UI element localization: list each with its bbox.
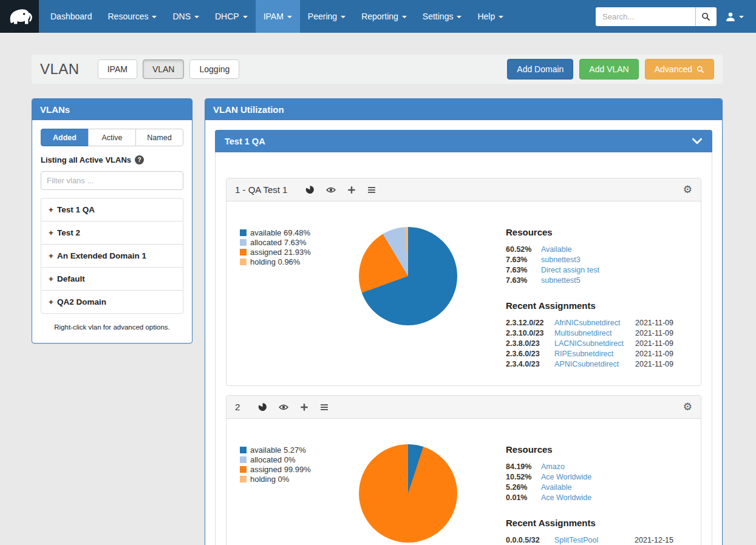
plus-icon[interactable] xyxy=(347,186,356,194)
nav-ipam[interactable]: IPAM xyxy=(256,0,300,33)
assignment-link[interactable]: LACNICsubnetdirect xyxy=(554,339,624,349)
domain-section-header[interactable]: Test 1 QA xyxy=(215,130,712,152)
vlan-filter-tabs: Added Active Named xyxy=(41,129,183,146)
vlan-utilization-body: Test 1 QA 1 - QA Test 1 xyxy=(205,120,722,545)
assignment-link[interactable]: SplitTestPool xyxy=(554,535,598,545)
nav-settings[interactable]: Settings xyxy=(415,0,470,33)
search-input[interactable] xyxy=(596,7,695,26)
legend-swatch xyxy=(240,466,247,473)
nav-dhcp[interactable]: DHCP xyxy=(207,0,256,33)
assignment-row: 2.3.4.0/23APNICsubnetdirect2021-11-09 xyxy=(506,359,673,370)
user-menu[interactable] xyxy=(717,0,756,33)
elephant-icon xyxy=(6,5,33,27)
tab-vlan[interactable]: VLAN xyxy=(143,59,185,79)
assignment-row: 2.3.6.0/23RIPEsubnetdirect2021-11-09 xyxy=(506,349,673,359)
gear-icon[interactable]: ⚙ xyxy=(683,402,692,412)
pie-chart-icon[interactable] xyxy=(305,185,315,194)
legend-item: holding 0.96% xyxy=(240,257,354,267)
plus-icon[interactable] xyxy=(300,403,308,411)
legend-swatch xyxy=(240,447,247,453)
card-stats: Resources 84.19%Amazo 10.52%Ace Worldwid… xyxy=(506,444,673,545)
help-icon[interactable]: ? xyxy=(135,155,144,164)
page-header: VLAN IPAM VLAN Logging Add Domain Add VL… xyxy=(32,55,723,84)
resource-link[interactable]: Available xyxy=(541,482,572,493)
search-button[interactable] xyxy=(695,7,717,26)
resource-link[interactable]: subnettest5 xyxy=(541,276,581,286)
assignment-link[interactable]: AfriNICsubnetdirect xyxy=(554,318,620,328)
legend-swatch xyxy=(240,229,247,236)
resource-link[interactable]: Available xyxy=(541,245,572,255)
gear-icon[interactable]: ⚙ xyxy=(683,184,692,195)
chevron-down-icon xyxy=(692,137,703,145)
resource-row: 7.63%Direct assign test xyxy=(506,265,673,276)
tab-logging[interactable]: Logging xyxy=(189,59,239,79)
vlan-card-header: 1 - QA Test 1 ⚙ xyxy=(226,178,701,201)
tab-added[interactable]: Added xyxy=(41,129,89,146)
resource-link[interactable]: Ace Worldwide xyxy=(541,472,591,482)
assignment-link[interactable]: Multisubnetdirect xyxy=(554,328,612,339)
recent-assignments-heading: Recent Assignments xyxy=(506,518,673,528)
nav-reporting[interactable]: Reporting xyxy=(353,0,415,33)
vlan-card-header: 2 ⚙ xyxy=(226,396,701,419)
list-icon[interactable] xyxy=(367,186,376,194)
assignment-link[interactable]: RIPEsubnetdirect xyxy=(554,349,613,359)
utilization-pie-chart xyxy=(359,444,457,543)
advanced-button[interactable]: Advanced xyxy=(645,59,714,80)
expand-icon: + xyxy=(49,205,53,214)
nav-help[interactable]: Help xyxy=(469,0,511,33)
provision-logo[interactable] xyxy=(0,0,39,33)
legend-swatch xyxy=(240,456,247,463)
vlan-list-item[interactable]: +Default xyxy=(41,268,183,291)
eye-icon[interactable] xyxy=(326,186,336,194)
resource-row: 60.52%Available xyxy=(506,245,673,255)
nav-dashboard[interactable]: Dashboard xyxy=(43,0,100,33)
caret-down-icon xyxy=(287,16,292,18)
assignment-link[interactable]: APNICsubnetdirect xyxy=(554,359,619,370)
legend-item: holding 0% xyxy=(240,475,354,484)
legend-swatch xyxy=(240,476,247,482)
vlan-card: 1 - QA Test 1 ⚙ xyxy=(226,178,701,386)
vlan-list-item[interactable]: +An Extended Domain 1 xyxy=(41,245,183,268)
view-tabs: IPAM VLAN Logging xyxy=(98,59,240,79)
tab-ipam[interactable]: IPAM xyxy=(98,59,137,79)
eye-icon[interactable] xyxy=(279,404,288,411)
pie-chart-icon[interactable] xyxy=(258,402,267,411)
resource-row: 84.19%Amazo xyxy=(506,462,673,472)
vlans-panel-title: VLANs xyxy=(32,99,192,120)
caret-down-icon xyxy=(152,16,157,18)
expand-icon: + xyxy=(49,297,53,306)
resource-link[interactable]: subnettest3 xyxy=(541,255,581,265)
list-icon[interactable] xyxy=(320,403,329,411)
vlan-list: +Test 1 QA +Test 2 +An Extended Domain 1… xyxy=(41,198,183,314)
domain-section: Test 1 QA 1 - QA Test 1 xyxy=(215,130,712,545)
assignment-row: 0.0.0.5/32SplitTestPool2021-12-15 xyxy=(506,535,673,545)
nav-resources[interactable]: Resources xyxy=(100,0,165,33)
vlan-card-body: available 69.48% allocated 7.63% assigne… xyxy=(226,201,701,385)
legend-item: assigned 21.93% xyxy=(240,248,354,257)
add-vlan-button[interactable]: Add VLAN xyxy=(579,59,638,80)
legend-item: available 5.27% xyxy=(240,445,354,455)
vlan-card: 2 ⚙ xyxy=(226,395,701,545)
resource-link[interactable]: Direct assign test xyxy=(541,265,599,276)
vlan-list-item[interactable]: +Test 2 xyxy=(41,222,183,245)
caret-down-icon xyxy=(341,16,346,18)
legend-swatch xyxy=(240,249,247,256)
page: Dashboard Resources DNS DHCP IPAM Peerin… xyxy=(0,0,756,545)
listing-row: Listing all Active VLANs ? xyxy=(41,155,183,164)
vlan-filter-input[interactable] xyxy=(41,171,183,190)
assignment-row: 2.3.12.0/22AfriNICsubnetdirect2021-11-09 xyxy=(506,318,673,328)
vlan-card-title: 1 - QA Test 1 xyxy=(235,184,287,195)
utilization-pie-chart xyxy=(359,227,457,325)
vlan-list-item[interactable]: +QA2 Domain xyxy=(41,291,183,313)
resources-heading: Resources xyxy=(506,227,673,237)
add-domain-button[interactable]: Add Domain xyxy=(507,59,573,80)
caret-down-icon xyxy=(457,16,461,18)
vlan-list-item[interactable]: +Test 1 QA xyxy=(41,198,183,222)
nav-peering[interactable]: Peering xyxy=(300,0,353,33)
nav-dns[interactable]: DNS xyxy=(165,0,207,33)
vlan-card-icons xyxy=(258,402,329,411)
resource-link[interactable]: Amazo xyxy=(541,462,565,472)
tab-active[interactable]: Active xyxy=(88,129,136,146)
resource-link[interactable]: Ace Worldwide xyxy=(541,493,591,503)
tab-named[interactable]: Named xyxy=(135,129,183,146)
